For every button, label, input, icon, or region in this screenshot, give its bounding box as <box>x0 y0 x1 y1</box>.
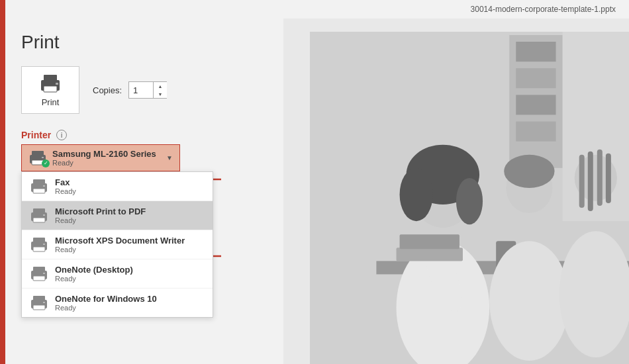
pdf-item-text: Microsoft Print to PDF Ready <box>55 206 146 224</box>
svg-rect-14 <box>33 218 45 222</box>
fax-item-text: Fax Ready <box>55 177 76 195</box>
copies-down-button[interactable]: ▼ <box>154 90 167 98</box>
svg-rect-7 <box>42 157 44 158</box>
onenote-desktop-item-status: Ready <box>55 275 133 283</box>
svg-rect-2 <box>44 86 57 92</box>
svg-rect-19 <box>43 244 45 245</box>
svg-rect-36 <box>516 95 556 114</box>
copies-label: Copies: <box>93 85 122 95</box>
svg-rect-21 <box>33 267 45 272</box>
onenote-desktop-icon <box>30 266 48 282</box>
preview-page <box>310 32 629 364</box>
svg-rect-35 <box>516 68 556 88</box>
svg-rect-55 <box>397 248 463 261</box>
printer-selected-name: Samsung ML-2160 Series <box>52 149 156 159</box>
printer-selected-dropdown[interactable]: ✓ Samsung ML-2160 Series Ready ▼ <box>21 144 180 171</box>
main-content: Print Print Copies: ▲ ▼ <box>5 19 629 364</box>
xps-printer-icon <box>30 237 48 253</box>
svg-rect-22 <box>33 276 45 281</box>
fax-item-status: Ready <box>55 187 76 195</box>
left-panel: Print Print Copies: ▲ ▼ <box>5 19 283 364</box>
svg-rect-23 <box>43 273 45 274</box>
xps-item-status: Ready <box>55 246 185 253</box>
printer-info-icon[interactable]: i <box>56 130 67 140</box>
copies-input-wrapper: ▲ ▼ <box>128 81 167 99</box>
printer-icon <box>38 73 62 93</box>
copies-area: Copies: ▲ ▼ <box>93 81 167 99</box>
svg-rect-25 <box>33 296 45 301</box>
printer-dropdown: Fax Ready Microsoft Print to PDF Ready <box>21 171 213 318</box>
printer-selected-info: ✓ Samsung ML-2160 Series Ready <box>28 149 156 167</box>
print-title: Print <box>21 32 267 53</box>
svg-rect-9 <box>33 179 45 185</box>
onenote-win10-item-name: OneNote for Windows 10 <box>55 294 157 304</box>
top-bar: 30014-modern-corporate-template-1.pptx <box>0 0 629 19</box>
svg-rect-5 <box>32 151 44 156</box>
svg-rect-11 <box>43 185 45 187</box>
svg-rect-1 <box>44 75 57 81</box>
svg-point-47 <box>504 155 554 188</box>
dropdown-arrow-icon: ▼ <box>166 154 173 161</box>
onenote-win10-icon <box>30 295 48 311</box>
xps-item-text: Microsoft XPS Document Writer Ready <box>55 236 185 253</box>
pdf-printer-icon <box>30 208 48 224</box>
filename-label: 30014-modern-corporate-template-1.pptx <box>471 5 616 14</box>
printer-section-label: Printer i <box>21 130 267 140</box>
onenote-win10-item-status: Ready <box>55 304 157 312</box>
printer-selected-text: Samsung ML-2160 Series Ready <box>52 149 156 167</box>
svg-rect-17 <box>33 238 45 243</box>
svg-rect-27 <box>43 302 45 303</box>
printer-ready-check: ✓ <box>42 159 50 167</box>
svg-rect-56 <box>400 234 460 249</box>
printer-item-onenote-win10[interactable]: OneNote for Windows 10 Ready <box>22 289 213 317</box>
svg-rect-57 <box>563 32 629 221</box>
pdf-item-status: Ready <box>55 216 146 224</box>
printer-item-xps[interactable]: Microsoft XPS Document Writer Ready <box>22 230 213 259</box>
onenote-desktop-item-name: OneNote (Desktop) <box>55 265 133 275</box>
onenote-win10-item-text: OneNote for Windows 10 Ready <box>55 294 157 312</box>
svg-rect-18 <box>33 247 45 251</box>
printer-item-pdf[interactable]: Microsoft Print to PDF Ready <box>22 201 213 230</box>
sidebar-accent <box>0 0 5 364</box>
svg-point-44 <box>456 178 483 224</box>
printer-selected-status: Ready <box>52 159 156 167</box>
svg-rect-26 <box>33 305 45 310</box>
fax-printer-icon <box>30 179 48 195</box>
printer-item-onenote-desktop[interactable]: OneNote (Desktop) Ready <box>22 259 213 289</box>
svg-rect-13 <box>33 208 45 214</box>
xps-item-name: Microsoft XPS Document Writer <box>55 236 185 246</box>
print-button-label: Print <box>42 97 60 107</box>
pdf-item-name: Microsoft Print to PDF <box>55 206 146 216</box>
print-button[interactable]: Print <box>21 66 79 114</box>
svg-rect-3 <box>56 83 58 85</box>
printer-item-fax[interactable]: Fax Ready <box>22 172 213 201</box>
svg-rect-10 <box>33 189 45 193</box>
svg-point-48 <box>559 231 629 357</box>
onenote-desktop-item-text: OneNote (Desktop) Ready <box>55 265 133 283</box>
svg-rect-15 <box>43 214 45 216</box>
copies-spinners: ▲ ▼ <box>153 82 167 98</box>
svg-point-43 <box>400 168 433 221</box>
print-button-area: Print Copies: ▲ ▼ <box>21 66 267 114</box>
svg-rect-37 <box>516 122 556 142</box>
preview-image <box>310 32 629 364</box>
fax-item-name: Fax <box>55 177 76 187</box>
right-panel <box>283 19 629 364</box>
svg-point-45 <box>489 241 569 361</box>
copies-input[interactable] <box>129 85 153 95</box>
selected-printer-icon-wrapper: ✓ <box>28 150 47 166</box>
copies-up-button[interactable]: ▲ <box>154 82 167 90</box>
svg-rect-34 <box>516 42 556 62</box>
